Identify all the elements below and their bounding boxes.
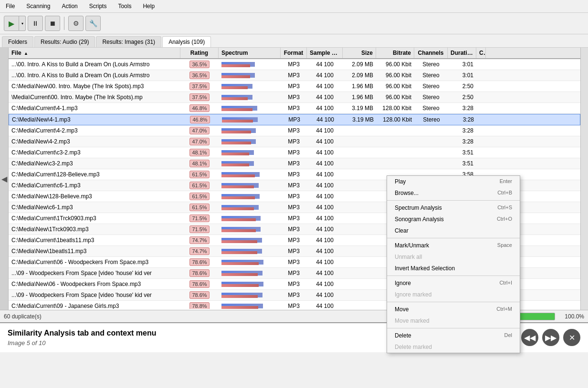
play-button-group: ▶ ▾ <box>4 16 26 31</box>
ctx-item-browse---[interactable]: Browse...Ctrl+B <box>387 187 520 199</box>
next-image-button[interactable]: ▶▶ <box>542 329 559 346</box>
cell-rating: 37.5% <box>180 82 219 91</box>
cell-samplerate: 44 100 <box>307 115 343 124</box>
prev-image-button[interactable]: ◀◀ <box>521 329 538 346</box>
spectrum-red-bar <box>221 207 254 210</box>
rating-pill: 61.5% <box>189 204 209 211</box>
table-row[interactable]: C:\Media\Current\4-2.mp347.0%MP344 1003:… <box>9 125 580 136</box>
rating-pill: 78.6% <box>189 269 209 277</box>
col-header-size[interactable]: Size <box>343 48 376 58</box>
cell-channels <box>414 140 448 143</box>
cell-file: C:\Media\Current\06 - Woodpeckers From S… <box>9 257 180 267</box>
table-row[interactable]: C:\Media\Current\4-1.mp346.8%MP344 1003.… <box>9 103 580 114</box>
close-button[interactable]: ✕ <box>563 329 580 346</box>
tools-button[interactable]: 🔧 <box>85 16 101 31</box>
col-header-file[interactable]: File ▲ <box>9 48 180 58</box>
cell-format: MP3 <box>281 71 307 80</box>
cell-spectrum <box>219 180 281 191</box>
table-row[interactable]: C:\Media\New\c3-2.mp348.1%MP344 1003:51 <box>9 158 580 169</box>
col-header-duration[interactable]: Duration <box>448 48 476 58</box>
ctx-item-play[interactable]: PlayEnter <box>387 176 520 187</box>
spectrum-bar <box>221 236 274 244</box>
cell-channels: Stereo <box>414 71 448 80</box>
cell-file: C:\Media\New\c3-2.mp3 <box>9 159 180 168</box>
menu-scripts[interactable]: Scripts <box>87 2 109 10</box>
col-header-rating[interactable]: Rating <box>180 48 219 58</box>
table-row[interactable]: C:\Media\Current\c3-2.mp348.1%MP344 1003… <box>9 147 580 158</box>
rating-pill: 74.7% <box>189 247 209 255</box>
cell-samplerate: 44 100 <box>307 203 343 212</box>
menu-action[interactable]: Action <box>60 2 79 10</box>
cell-format: MP3 <box>281 92 307 102</box>
play-dropdown[interactable]: ▾ <box>19 16 26 31</box>
ctx-item-mark-unmark[interactable]: Mark/UnmarkSpace <box>387 240 520 251</box>
rating-pill: 37.5% <box>189 93 209 101</box>
menu-file[interactable]: File <box>4 2 17 10</box>
table-row[interactable]: C:\Media\New\4-1.mp346.8%MP344 1003.19 M… <box>9 114 580 125</box>
cell-channels <box>414 162 448 165</box>
col-header-channels[interactable]: Channels <box>414 48 448 58</box>
cell-duration: 2:50 <box>448 92 476 102</box>
cell-size <box>343 283 376 286</box>
table-row[interactable]: ...\00. Intro. A Kiss to Build a Dream O… <box>9 70 580 81</box>
ctx-item-shortcut: Ctrl+O <box>497 216 512 223</box>
ctx-item-invert-marked-selection[interactable]: Invert Marked Selection <box>387 263 520 274</box>
vertical-scrollbar[interactable] <box>580 48 588 310</box>
ctx-item-label: Browse... <box>395 190 419 196</box>
cell-file: C:\Media\New\4-1.mp3 <box>9 115 181 124</box>
play-button[interactable]: ▶ <box>4 16 19 31</box>
cell-samplerate: 44 100 <box>307 148 343 157</box>
cell-samplerate: 44 100 <box>307 192 343 201</box>
ctx-item-ignore[interactable]: IgnoreCtrl+I <box>387 277 520 289</box>
tab-folders[interactable]: Folders <box>2 36 33 47</box>
stop-button[interactable]: ⏹ <box>45 16 60 31</box>
table-row[interactable]: C:\Media\New\00. Intro. Maybe (The Ink S… <box>9 81 580 92</box>
cell-rating: 36.5% <box>180 71 219 80</box>
main-area: ◀ File ▲ Rating Spectrum Format Sample r… <box>0 48 588 310</box>
col-header-spectrum[interactable]: Spectrum <box>219 48 281 58</box>
cell-format: MP3 <box>281 279 307 289</box>
cell-size <box>343 305 376 307</box>
table-row[interactable]: ...\00. Intro. A Kiss to Build a Dream O… <box>9 59 580 70</box>
spectrum-bar <box>221 214 274 222</box>
menu-help[interactable]: Help <box>141 2 157 10</box>
cell-file: ...\00. Intro. A Kiss to Build a Dream O… <box>9 71 180 80</box>
cell-samplerate: 44 100 <box>307 235 343 245</box>
col-header-format[interactable]: Format <box>281 48 307 58</box>
cell-file: C:\Media\Current\c6-1.mp3 <box>9 181 180 190</box>
spectrum-bar <box>221 82 274 90</box>
menu-scanning[interactable]: Scanning <box>24 2 52 10</box>
cell-channels <box>414 151 448 154</box>
tab-results-images[interactable]: Results: Images (31) <box>96 36 161 47</box>
menu-tools[interactable]: Tools <box>116 2 133 10</box>
ctx-item-move[interactable]: MoveCtrl+M <box>387 304 520 315</box>
cell-format: MP3 <box>281 148 307 157</box>
ctx-item-clear[interactable]: Clear <box>387 225 520 236</box>
col-header-bitrate[interactable]: Bitrate <box>376 48 414 58</box>
settings-button[interactable]: ⚙ <box>68 16 84 31</box>
spectrum-bar <box>221 291 274 299</box>
spectrum-bar <box>221 93 274 101</box>
rating-pill: 74.7% <box>189 236 209 244</box>
ctx-separator <box>387 276 520 276</box>
tab-analysis[interactable]: Analysis (109) <box>162 36 211 47</box>
spectrum-red-bar <box>221 218 256 221</box>
cell-format: MP3 <box>281 301 307 309</box>
tab-results-audio[interactable]: Results: Audio (29) <box>34 36 95 47</box>
cell-format: MP3 <box>281 192 307 201</box>
table-row[interactable]: \Media\Current\00. Intro. Maybe (The Ink… <box>9 92 580 103</box>
spectrum-red-bar <box>221 64 250 67</box>
ctx-item-label: Ignore <box>395 280 411 286</box>
spectrum-red-bar <box>221 185 254 188</box>
spectrum-bar <box>221 204 274 211</box>
ctx-item-delete[interactable]: DeleteDel <box>387 330 520 341</box>
ctx-item-spectrum-analysis[interactable]: Spectrum AnalysisCtrl+S <box>387 202 520 214</box>
ctx-item-sonogram-analysis[interactable]: Sonogram AnalysisCtrl+O <box>387 214 520 225</box>
toolbar-separator-1 <box>64 17 64 30</box>
cell-duration: 3:01 <box>448 60 476 69</box>
pause-button[interactable]: ⏸ <box>28 16 43 31</box>
col-header-samplerate[interactable]: Sample rate <box>307 48 343 58</box>
cell-format: MP3 <box>281 181 307 190</box>
table-row[interactable]: C:\Media\New\4-2.mp347.0%MP344 1003:28 <box>9 136 580 147</box>
left-nav-button[interactable]: ◀ <box>0 48 9 310</box>
